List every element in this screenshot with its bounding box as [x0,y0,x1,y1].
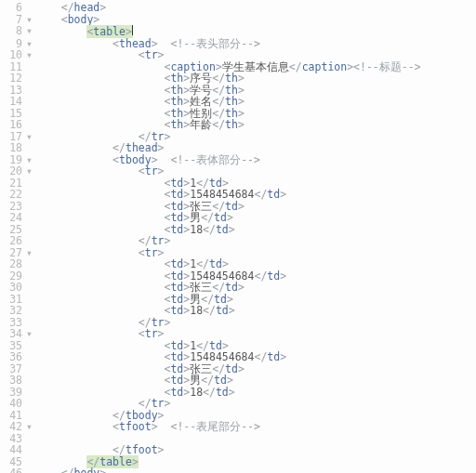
code-content[interactable]: <tr> [35,328,476,340]
fold-gutter-icon[interactable] [26,96,35,108]
code-line[interactable]: 8▾ <table> [0,25,476,38]
fold-gutter-icon[interactable]: ▾ [26,328,35,340]
line-number: 40 [0,398,26,410]
fold-gutter-icon[interactable] [26,398,35,410]
fold-gutter-icon[interactable] [26,444,35,456]
fold-gutter-icon[interactable] [26,212,35,224]
code-line[interactable]: 40 </tr> [0,398,476,410]
code-line[interactable]: 42▾ <tfoot> <!--表尾部分--> [0,421,476,433]
code-content[interactable]: <td>男</td> [35,374,476,387]
code-line[interactable]: 38 <td>男</td> [0,374,476,387]
code-line[interactable]: 16 <th>年龄</th> [0,119,476,131]
line-number: 10 [0,49,26,61]
code-content[interactable]: <table> [35,25,476,38]
code-line[interactable]: 24 <td>男</td> [0,212,476,224]
line-number: 8 [0,25,26,38]
line-number: 18 [0,142,26,154]
code-line[interactable]: 20▾ <tr> [0,165,476,177]
fold-gutter-icon[interactable] [26,305,35,317]
line-number: 34 [0,328,26,340]
line-number: 12 [0,72,26,85]
line-number: 16 [0,119,26,131]
line-number: 30 [0,282,26,294]
fold-gutter-icon[interactable]: ▾ [26,49,35,61]
fold-gutter-icon[interactable] [26,119,35,131]
code-content[interactable]: <tr> [35,165,476,177]
code-content[interactable]: <th>序号</th> [35,72,476,85]
line-number: 22 [0,189,26,201]
fold-gutter-icon[interactable] [26,258,35,270]
line-number: 24 [0,212,26,224]
code-line[interactable]: 32 <td>18</td> [0,305,476,317]
code-content[interactable]: <td>1548454684</td> [35,189,476,201]
fold-gutter-icon[interactable]: ▾ [26,25,35,38]
fold-gutter-icon[interactable] [26,189,35,201]
code-line[interactable]: 44 </tfoot> [0,444,476,456]
line-number: 32 [0,305,26,317]
line-number: 28 [0,258,26,270]
fold-gutter-icon[interactable] [26,2,35,14]
code-line[interactable]: 7▾ <body> [0,14,476,26]
line-number: 26 [0,235,26,247]
code-line[interactable]: 30 <td>张三</td> [0,282,476,294]
fold-gutter-icon[interactable] [26,142,35,154]
line-number: 6 [0,2,26,14]
fold-gutter-icon[interactable]: ▾ [26,165,35,177]
code-content[interactable]: <th>年龄</th> [35,119,476,131]
fold-gutter-icon[interactable] [26,282,35,294]
code-content[interactable]: <td>18</td> [35,305,476,317]
line-number: 46 [0,467,26,473]
code-content[interactable]: </tr> [35,235,476,247]
code-content[interactable]: </body> [35,467,476,473]
line-number: 20 [0,165,26,177]
code-content[interactable]: <td>1548454684</td> [35,351,476,363]
code-editor[interactable]: 6 </head>7▾ <body>8▾ <table>9▾ <thead> <… [0,0,476,473]
code-content[interactable]: <th>姓名</th> [35,96,476,108]
code-content[interactable]: <td>张三</td> [35,282,476,294]
fold-gutter-icon[interactable] [26,72,35,85]
line-number: 14 [0,96,26,108]
code-line[interactable]: 26 </tr> [0,235,476,247]
fold-gutter-icon[interactable]: ▾ [26,421,35,433]
code-content[interactable]: </head> [35,2,476,14]
fold-gutter-icon[interactable] [26,235,35,247]
code-line[interactable]: 46 </body> [0,467,476,473]
line-number: 38 [0,374,26,387]
line-number: 36 [0,351,26,363]
code-content[interactable]: <tfoot> <!--表尾部分--> [35,421,476,433]
fold-gutter-icon[interactable] [26,351,35,363]
line-number: 44 [0,444,26,456]
fold-gutter-icon[interactable] [26,467,35,473]
line-number: 42 [0,421,26,433]
code-content[interactable]: <td>男</td> [35,212,476,224]
code-line[interactable]: 34▾ <tr> [0,328,476,340]
code-content[interactable]: </tr> [35,398,476,410]
fold-gutter-icon[interactable] [26,374,35,387]
code-content[interactable]: <body> [35,14,476,26]
